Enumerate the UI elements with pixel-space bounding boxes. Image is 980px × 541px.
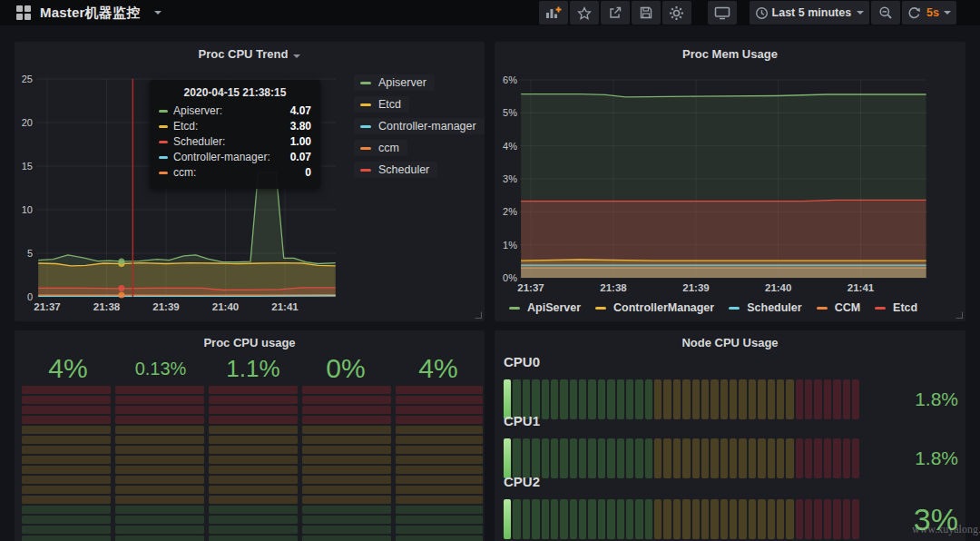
hover-point-Scheduler: [118, 285, 124, 291]
legend-item-Scheduler[interactable]: Scheduler: [354, 162, 437, 178]
gauge-cell: [551, 438, 558, 478]
led-gauge-column-4: [396, 386, 483, 541]
tooltip-series-dash: [159, 156, 168, 159]
gauge-cell: [739, 379, 746, 419]
panel-title-node-cpu-usage[interactable]: Node CPU Usage: [495, 336, 965, 349]
led-segment: [209, 466, 298, 474]
gauge-cell: [598, 438, 605, 478]
led-segment: [209, 476, 298, 484]
settings-button[interactable]: [662, 1, 691, 25]
dashboard-title[interactable]: Master机器监控: [40, 5, 140, 22]
tooltip-row: Controller-manager:0.07: [159, 151, 311, 163]
legend-color-dash: [360, 82, 371, 84]
gauge-cell: [758, 379, 765, 419]
y-tick-label: 2%: [503, 206, 517, 217]
refresh-button[interactable]: 5s: [902, 1, 956, 25]
legend-item-Etcd[interactable]: Etcd: [875, 301, 917, 314]
x-tick-label: 21:39: [152, 301, 179, 312]
gauge-cell: [542, 499, 549, 539]
apps-grid-icon[interactable]: [16, 5, 31, 20]
x-tick-label: 21:37: [34, 301, 60, 312]
monitor-icon: [714, 5, 730, 20]
gauge-cell: [570, 379, 577, 419]
led-segment: [396, 496, 483, 504]
gauge-cell: [598, 499, 605, 539]
gauge-cell: [701, 438, 709, 478]
node-cpu-bargauge-CPU2[interactable]: [504, 499, 859, 539]
led-segment: [115, 506, 204, 514]
gauge-cell: [598, 379, 605, 419]
led-segment: [396, 386, 483, 394]
legend-item-Controller-manager[interactable]: Controller-manager: [354, 118, 485, 134]
tv-mode-button[interactable]: [708, 1, 737, 25]
dashboard-header[interactable]: Master机器监控: [0, 5, 162, 22]
led-segment: [302, 416, 391, 424]
led-segment: [115, 386, 204, 394]
led-segment: [396, 486, 483, 494]
time-range-label: Last 5 minutes: [772, 6, 852, 19]
gauge-cell: [560, 438, 567, 478]
led-segment: [115, 456, 204, 464]
led-segment: [209, 436, 298, 444]
legend-item-ApiServer[interactable]: ApiServer: [509, 301, 581, 314]
gauge-cell: [607, 438, 614, 478]
gauge-cell: [768, 379, 775, 419]
panel-proc-cpu-usage: Proc CPU usage 4%0.13%1.1%0%4%: [15, 330, 485, 541]
zoom-out-button[interactable]: [871, 1, 900, 25]
tooltip-series-dash: [159, 172, 168, 174]
legend-item-Etcd[interactable]: Etcd: [354, 96, 409, 113]
watermark: www.xuyalong.com: [912, 523, 980, 536]
mem-usage-legend: ApiServerControllerManagerSchedulerCCMEt…: [509, 301, 917, 314]
led-segment: [115, 536, 204, 541]
legend-item-ccm[interactable]: ccm: [354, 140, 407, 156]
gauge-cell: [786, 379, 793, 419]
legend-item-Apiserver[interactable]: Apiserver: [354, 74, 435, 91]
gauge-cell: [720, 379, 728, 419]
gauge-cell: [663, 499, 671, 539]
legend-item-Scheduler[interactable]: Scheduler: [729, 301, 801, 314]
cpu-trend-legend: ApiserverEtcdController-managerccmSchedu…: [354, 74, 485, 178]
led-segment: [302, 436, 391, 444]
legend-item-ControllerManager[interactable]: ControllerManager: [595, 301, 714, 314]
stat-value: 0.13%: [114, 352, 207, 385]
led-segment: [302, 526, 391, 534]
gauge-cell: [626, 379, 633, 419]
gauge-cell: [852, 499, 859, 539]
gauge-cell: [824, 499, 831, 539]
gauge-cell: [758, 438, 765, 478]
gauge-cell: [768, 499, 775, 539]
legend-label: Etcd: [893, 301, 917, 314]
node-cpu-value-CPU1: 1.8%: [915, 438, 958, 478]
led-segment: [302, 536, 391, 541]
gauge-cell: [626, 499, 633, 539]
share-button[interactable]: [601, 1, 630, 25]
led-segment: [209, 536, 298, 541]
gauge-cell: [551, 499, 558, 539]
add-panel-button[interactable]: [539, 1, 568, 25]
time-picker-button[interactable]: Last 5 minutes: [750, 1, 870, 25]
led-segment: [115, 416, 204, 424]
gauge-cell: [710, 438, 718, 478]
refresh-interval-label[interactable]: 5s: [926, 6, 939, 19]
node-cpu-bargauge-CPU1[interactable]: [504, 438, 859, 478]
gauge-cell: [635, 379, 642, 419]
gauge-cell: [701, 379, 709, 419]
led-segment: [396, 476, 483, 484]
gauge-cell: [749, 499, 756, 539]
tooltip-series-label: Scheduler:: [173, 135, 225, 148]
star-button[interactable]: [570, 1, 599, 25]
led-segment: [302, 406, 391, 414]
gauge-cell: [833, 499, 840, 539]
tooltip-series-dash: [159, 110, 168, 113]
node-cpu-bargauge-CPU0[interactable]: [504, 379, 859, 419]
mem-usage-chart[interactable]: 6%5%4%3%2%1%0%21:3721:3821:3921:4021:41: [495, 42, 965, 321]
panel-title-proc-cpu-usage[interactable]: Proc CPU usage: [15, 336, 485, 349]
led-segment: [209, 396, 298, 404]
legend-color-dash: [509, 307, 520, 310]
legend-item-CCM[interactable]: CCM: [817, 301, 860, 314]
save-button[interactable]: [632, 1, 661, 25]
y-tick-label: 25: [22, 74, 33, 84]
led-segment: [115, 516, 204, 524]
gauge-cell: [645, 379, 652, 419]
chevron-down-icon[interactable]: [154, 11, 162, 15]
